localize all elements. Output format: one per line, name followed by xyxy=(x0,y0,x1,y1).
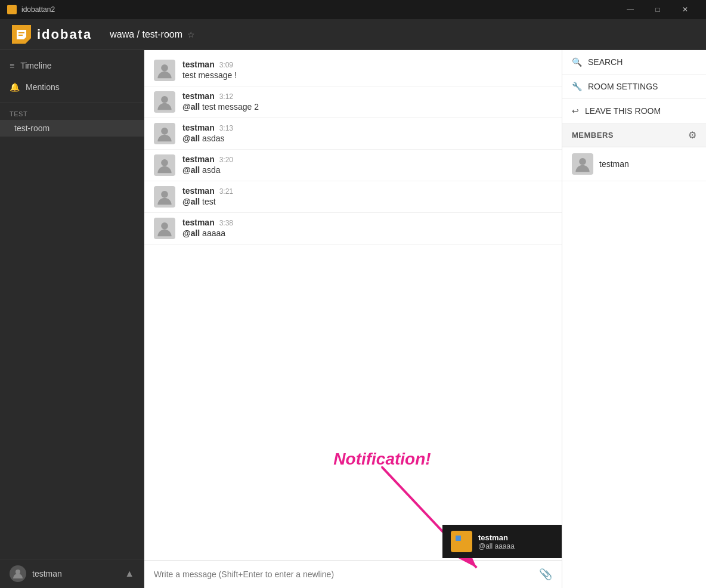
sidebar-room-test-room[interactable]: test-room xyxy=(0,120,144,137)
svg-point-7 xyxy=(161,128,168,135)
mention: @all xyxy=(182,134,200,143)
chat-input[interactable] xyxy=(154,570,533,579)
minimize-button[interactable]: — xyxy=(617,0,644,19)
avatar xyxy=(154,154,175,176)
message-header: testman 3:13 xyxy=(182,123,552,132)
mention: @all xyxy=(182,102,200,112)
right-panel: 🔍 SEARCH 🔧 ROOM SETTINGS ↩ LEAVE THIS RO… xyxy=(562,50,706,588)
notification-message: @all aaaaa xyxy=(478,542,553,550)
user-avatar xyxy=(10,565,26,582)
window-controls: — □ ✕ xyxy=(617,0,699,19)
table-row: testman 3:13 @all asdas 🗑 xyxy=(144,118,562,150)
message-time: 3:13 xyxy=(219,124,233,132)
member-avatar xyxy=(572,153,593,175)
message-time: 3:09 xyxy=(219,61,233,69)
wrench-icon: 🔧 xyxy=(572,82,582,91)
svg-point-15 xyxy=(579,158,586,165)
content-area: ≡ Timeline 🔔 Mentions test test-room tes… xyxy=(0,50,706,588)
maximize-button[interactable]: □ xyxy=(644,0,671,19)
svg-point-5 xyxy=(161,64,168,72)
logo-text: idobata xyxy=(37,27,92,42)
message-header: testman 3:09 xyxy=(182,60,552,69)
svg-point-9 xyxy=(161,191,168,198)
chevron-up-icon[interactable]: ▲ xyxy=(125,568,134,579)
members-header: MEMBERS ⚙ xyxy=(562,123,706,147)
message-text: test message ! xyxy=(182,70,552,80)
message-username: testman xyxy=(182,218,215,227)
search-item[interactable]: 🔍 SEARCH xyxy=(562,50,706,75)
leave-icon: ↩ xyxy=(572,106,579,116)
sidebar-item-mentions[interactable]: 🔔 Mentions xyxy=(0,76,144,98)
main-chat: testman 3:09 test message ! 🗑 testman xyxy=(144,50,562,588)
members-label: MEMBERS xyxy=(572,131,614,140)
titlebar-title: idobattan2 xyxy=(21,5,617,14)
table-row: testman 3:12 @all test message 2 🗑 xyxy=(144,86,562,118)
message-username: testman xyxy=(182,186,215,196)
notification-content: testman @all aaaaa xyxy=(478,533,553,550)
bell-icon: 🔔 xyxy=(10,82,20,92)
message-username: testman xyxy=(182,154,215,164)
members-gear-icon[interactable]: ⚙ xyxy=(688,129,696,141)
message-time: 3:20 xyxy=(219,156,233,164)
search-label: SEARCH xyxy=(588,57,623,67)
message-body: testman 3:09 test message ! xyxy=(182,60,552,80)
header: idobata wawa / test-room ☆ xyxy=(0,19,706,50)
sidebar-item-mentions-label: Mentions xyxy=(26,82,60,92)
message-text: @all test xyxy=(182,197,552,206)
message-time: 3:21 xyxy=(219,187,233,196)
svg-marker-2 xyxy=(18,32,24,33)
message-text: @all aaaaa xyxy=(182,228,552,238)
message-header: testman 3:12 xyxy=(182,91,552,101)
message-text: @all asda xyxy=(182,165,552,175)
logo: idobata xyxy=(12,25,92,44)
message-text: @all test message 2 xyxy=(182,102,552,112)
message-header: testman 3:38 xyxy=(182,218,552,227)
table-row: testman 3:38 @all aaaaa 🗑 xyxy=(144,213,562,245)
message-time: 3:12 xyxy=(219,92,233,101)
room-path: wawa / test-room ☆ xyxy=(110,29,195,40)
mention: @all xyxy=(182,228,200,238)
close-button[interactable]: ✕ xyxy=(671,0,699,19)
svg-point-6 xyxy=(161,96,168,103)
sidebar-item-timeline[interactable]: ≡ Timeline xyxy=(0,55,144,76)
svg-point-8 xyxy=(161,159,168,166)
message-body: testman 3:21 @all test xyxy=(182,186,552,206)
avatar xyxy=(154,218,175,239)
table-row: testman 3:21 @all test 🗑 xyxy=(144,181,562,213)
message-username: testman xyxy=(182,123,215,132)
mention: @all xyxy=(182,197,200,206)
room-settings-item[interactable]: 🔧 ROOM SETTINGS xyxy=(562,75,706,99)
svg-point-10 xyxy=(161,222,168,230)
favorite-star-icon[interactable]: ☆ xyxy=(187,30,195,39)
avatar xyxy=(154,60,175,81)
leave-room-item[interactable]: ↩ LEAVE THIS ROOM xyxy=(562,99,706,123)
attachment-icon[interactable]: 📎 xyxy=(539,568,552,581)
room-settings-label: ROOM SETTINGS xyxy=(588,82,658,91)
titlebar: idobattan2 — □ ✕ xyxy=(0,0,706,19)
timeline-icon: ≡ xyxy=(10,61,14,70)
list-item: testman xyxy=(562,147,706,181)
notification-thumbnail xyxy=(451,531,472,552)
message-body: testman 3:12 @all test message 2 xyxy=(182,91,552,112)
svg-marker-3 xyxy=(18,35,23,36)
avatar xyxy=(154,123,175,144)
message-body: testman 3:38 @all aaaaa xyxy=(182,218,552,238)
notification-popup: testman @all aaaaa xyxy=(442,525,562,558)
message-username: testman xyxy=(182,91,215,101)
message-body: testman 3:20 @all asda xyxy=(182,154,552,175)
chat-input-area: 📎 xyxy=(144,560,562,588)
member-name: testman xyxy=(599,159,629,169)
message-header: testman 3:21 xyxy=(182,186,552,196)
avatar xyxy=(154,186,175,208)
logo-icon xyxy=(12,25,31,44)
svg-rect-14 xyxy=(456,536,461,541)
table-row: testman 3:09 test message ! 🗑 xyxy=(144,55,562,86)
sidebar-item-timeline-label: Timeline xyxy=(20,61,51,70)
message-time: 3:38 xyxy=(219,219,233,227)
notification-username: testman xyxy=(478,533,553,542)
message-header: testman 3:20 xyxy=(182,154,552,164)
room-path-text: wawa / test-room xyxy=(110,29,182,40)
svg-rect-0 xyxy=(8,6,16,13)
sidebar-groups: test test-room xyxy=(0,103,144,141)
leave-room-label: LEAVE THIS ROOM xyxy=(585,106,661,116)
